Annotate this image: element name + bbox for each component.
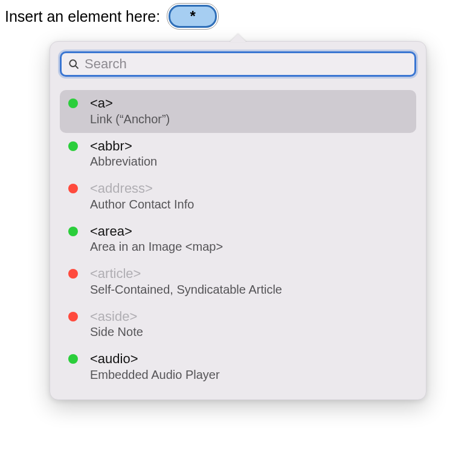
popover-arrow <box>230 34 246 42</box>
element-option-text: <audio>Embedded Audio Player <box>90 350 220 383</box>
element-tag: <address> <box>90 180 194 197</box>
insert-element-button[interactable]: * <box>169 5 217 28</box>
element-description: Side Note <box>90 324 143 340</box>
svg-point-0 <box>69 60 76 66</box>
element-option[interactable]: <a>Link (“Anchor”) <box>60 90 416 133</box>
element-tag: <article> <box>90 265 282 282</box>
element-option[interactable]: <audio>Embedded Audio Player <box>60 346 416 389</box>
svg-line-1 <box>76 66 79 69</box>
element-tag: <aside> <box>90 308 143 325</box>
element-option[interactable]: <area>Area in an Image <map> <box>60 218 416 261</box>
element-description: Area in an Image <map> <box>90 239 223 254</box>
element-tag: <area> <box>90 223 223 240</box>
element-tag: <abbr> <box>90 138 157 155</box>
element-option-text: <article>Self-Contained, Syndicatable Ar… <box>90 265 282 297</box>
prompt-label: Insert an element here: <box>5 8 160 25</box>
element-picker-popover: <a>Link (“Anchor”)<abbr>Abbreviation<add… <box>50 41 426 400</box>
status-dot-icon <box>68 184 78 193</box>
element-tag: <a> <box>90 95 170 112</box>
element-list: <a>Link (“Anchor”)<abbr>Abbreviation<add… <box>60 90 416 389</box>
status-dot-icon <box>68 354 78 364</box>
status-dot-icon <box>68 98 78 108</box>
element-option[interactable]: <aside>Side Note <box>60 303 416 346</box>
element-option[interactable]: <address>Author Contact Info <box>60 175 416 218</box>
element-description: Author Contact Info <box>90 197 194 212</box>
element-description: Self-Contained, Syndicatable Article <box>90 282 282 297</box>
search-icon <box>68 58 80 70</box>
element-option-text: <a>Link (“Anchor”) <box>90 95 170 127</box>
element-option-text: <address>Author Contact Info <box>90 180 194 212</box>
status-dot-icon <box>68 312 78 321</box>
element-tag: <audio> <box>90 350 220 367</box>
status-dot-icon <box>68 227 78 236</box>
prompt-row: Insert an element here: * <box>0 0 476 28</box>
element-option[interactable]: <abbr>Abbreviation <box>60 133 416 176</box>
element-option[interactable]: <article>Self-Contained, Syndicatable Ar… <box>60 260 416 303</box>
insert-element-button-text: * <box>190 8 195 25</box>
popover-body: <a>Link (“Anchor”)<abbr>Abbreviation<add… <box>50 41 426 400</box>
element-option-text: <aside>Side Note <box>90 308 143 340</box>
element-option-text: <abbr>Abbreviation <box>90 138 157 170</box>
element-description: Embedded Audio Player <box>90 367 220 383</box>
status-dot-icon <box>68 269 78 279</box>
status-dot-icon <box>68 141 78 151</box>
element-description: Link (“Anchor”) <box>90 112 170 127</box>
search-input[interactable] <box>85 56 408 72</box>
element-option-text: <area>Area in an Image <map> <box>90 223 223 255</box>
search-field[interactable] <box>60 51 416 77</box>
element-description: Abbreviation <box>90 154 157 169</box>
